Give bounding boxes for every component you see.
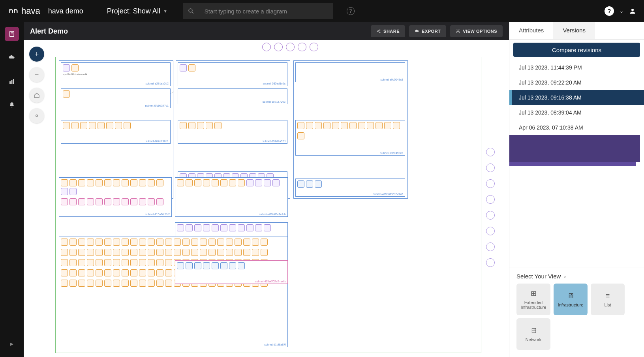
subnet-label: subnet-d1bf8a87f: [265, 343, 286, 346]
view-icon: 🖥: [530, 327, 537, 335]
search-button[interactable]: [183, 3, 199, 19]
version-item[interactable]: Jul 13 2023, 09:16:38 AM: [509, 90, 644, 105]
subnet[interactable]: subnet-d1bf8a87f: [59, 237, 288, 347]
sidebar-item-diagrams[interactable]: [5, 27, 19, 41]
version-item[interactable]: Apr 06 2023, 07:10:38 AM: [509, 120, 644, 135]
sidebar-item-reports[interactable]: [5, 74, 19, 88]
center-button[interactable]: [29, 108, 44, 123]
compare-revisions-button[interactable]: Compare revisions: [513, 43, 640, 57]
svg-point-15: [36, 115, 38, 117]
share-button[interactable]: SHARE: [371, 25, 405, 37]
diagram: vpc-f34229 instance-4k subnet-e291ab2d2 …: [55, 43, 505, 353]
subnet-label: subnet-415a86c2e2: [145, 213, 170, 216]
document-icon: [8, 30, 15, 38]
svg-line-12: [378, 30, 379, 31]
help-icon[interactable]: ?: [347, 7, 355, 15]
subnet-label: subnet-035ed1c6c: [263, 82, 285, 85]
gateway-icon[interactable]: [286, 43, 295, 51]
subnet-label: subnet-0fc9d347c1: [145, 104, 169, 107]
sidebar-item-cloud[interactable]: [5, 51, 19, 65]
subnet[interactable]: subnet-035ed1c6c: [178, 62, 287, 86]
help-filled-icon[interactable]: ?: [605, 6, 614, 16]
resource-icon[interactable]: [486, 163, 495, 172]
subnet[interactable]: subnet-135e498c3: [295, 120, 405, 156]
diagram-canvas[interactable]: + −: [24, 40, 509, 357]
versions-list: Jul 13 2023, 11:44:39 PMJul 13 2023, 09:…: [509, 60, 644, 135]
chart-icon: [8, 78, 15, 85]
subnet[interactable]: subnet-e9c0549c8: [295, 62, 405, 82]
version-item[interactable]: Jul 13 2023, 11:44:39 PM: [509, 60, 644, 75]
resource-icon[interactable]: [486, 179, 495, 188]
vpc-group[interactable]: subnet-415a86c2e2 subnet-415a86c2e2-b: [59, 201, 408, 351]
gateway-icon[interactable]: [298, 43, 306, 51]
project-selector[interactable]: Project: Show All ▼: [107, 7, 167, 15]
subnet[interactable]: subnet-415a6f02e2-redis: [175, 260, 288, 284]
view-card-network[interactable]: 🖥Network: [516, 318, 550, 350]
search-input[interactable]: [199, 3, 333, 19]
search-icon: [188, 8, 195, 15]
view-card-infrastructure[interactable]: 🖥Infrastructure: [554, 284, 588, 315]
select-view-section: Select Your View ⌄ ⊞Extended Infrastruct…: [509, 267, 644, 357]
bell-icon: [8, 101, 15, 109]
tab-versions[interactable]: Versions: [553, 22, 595, 39]
user-icon[interactable]: [629, 8, 636, 15]
resource-icon[interactable]: [486, 227, 495, 235]
view-label: List: [604, 303, 611, 307]
svg-point-9: [377, 31, 378, 32]
vpc-group[interactable]: subnet-e9c0549c8 subnet-135e498c3 subnet…: [293, 60, 408, 199]
instance-label: vpc-f34229 instance-4k: [61, 73, 170, 75]
view-icon: ≡: [606, 292, 610, 300]
gateway-icon[interactable]: [310, 43, 318, 51]
timeline-bar[interactable]: [509, 135, 640, 162]
sidebar-item-alerts[interactable]: [5, 98, 19, 112]
resource-icon[interactable]: [486, 148, 495, 156]
subnet[interactable]: subnet-415a86c2e2: [59, 177, 172, 217]
subnet[interactable]: subnet-c5b1a7063: [178, 88, 287, 104]
gear-icon: [456, 29, 460, 34]
gateway-icon[interactable]: [262, 43, 271, 51]
fit-button[interactable]: [29, 88, 44, 103]
view-icon: 🖥: [567, 292, 574, 300]
select-view-label[interactable]: Select Your View ⌄: [516, 273, 637, 280]
subnet[interactable]: subnet-0fc9d347c1: [61, 88, 171, 108]
panel-tabs: Attributes Versions: [509, 22, 644, 39]
zoom-out-button[interactable]: −: [29, 67, 44, 82]
subnet-label: subnet-415a6f02e2-f147: [373, 193, 403, 195]
version-item[interactable]: Jul 13 2023, 08:39:04 AM: [509, 105, 644, 120]
external-resources: [484, 148, 497, 267]
view-card-extended-infrastructure[interactable]: ⊞Extended Infrastructure: [516, 284, 550, 315]
subnet-label: subnet-415a86c2e2-b: [259, 213, 286, 216]
chevron-down-icon: ⌄: [563, 274, 567, 279]
subnet[interactable]: subnet-415a6f02e2-f147: [295, 178, 405, 197]
subnet-label: subnet-197d2a32d: [263, 140, 285, 143]
timeline-bar[interactable]: [509, 162, 636, 166]
resource-icon[interactable]: [486, 258, 495, 267]
user-menu-chevron[interactable]: ⌄: [620, 8, 623, 14]
svg-point-11: [379, 32, 380, 33]
version-item[interactable]: Jul 13 2023, 09:22:20 AM: [509, 75, 644, 90]
subnet-label: subnet-e291ab2d2: [146, 82, 169, 85]
subnet-label: subnet-c5b1a7063: [263, 100, 285, 103]
tab-attributes[interactable]: Attributes: [509, 22, 553, 39]
gateway-row: [262, 43, 318, 51]
subnet[interactable]: vpc-f34229 instance-4k subnet-e291ab2d2: [61, 62, 171, 86]
project-label: Project: Show All: [107, 7, 160, 15]
gateway-icon[interactable]: [274, 43, 283, 51]
resource-icon[interactable]: [486, 242, 495, 251]
subnet-label: subnet-135e498c3: [380, 152, 403, 154]
subnet[interactable]: subnet-767e792d1: [61, 120, 171, 144]
view-card-list[interactable]: ≡List: [591, 284, 625, 315]
breadcrumb[interactable]: hava demo: [48, 7, 83, 15]
subnet[interactable]: subnet-197d2a32d: [178, 120, 287, 144]
view-options-button[interactable]: VIEW OPTIONS: [450, 25, 503, 37]
subnet[interactable]: subnet-415a86c2e2-b: [175, 177, 288, 217]
zoom-in-button[interactable]: +: [29, 47, 44, 62]
subheader: Alert Demo SHARE EXPORT VIEW OPTIONS: [24, 22, 509, 40]
right-panel: Attributes Versions Compare revisions Ju…: [509, 22, 644, 357]
logo[interactable]: hava: [8, 6, 40, 17]
cloud-download-icon: [415, 29, 419, 34]
export-button[interactable]: EXPORT: [409, 25, 446, 37]
resource-icon[interactable]: [486, 211, 495, 220]
resource-icon[interactable]: [486, 195, 495, 204]
sidebar-expand[interactable]: ▸: [5, 336, 19, 351]
